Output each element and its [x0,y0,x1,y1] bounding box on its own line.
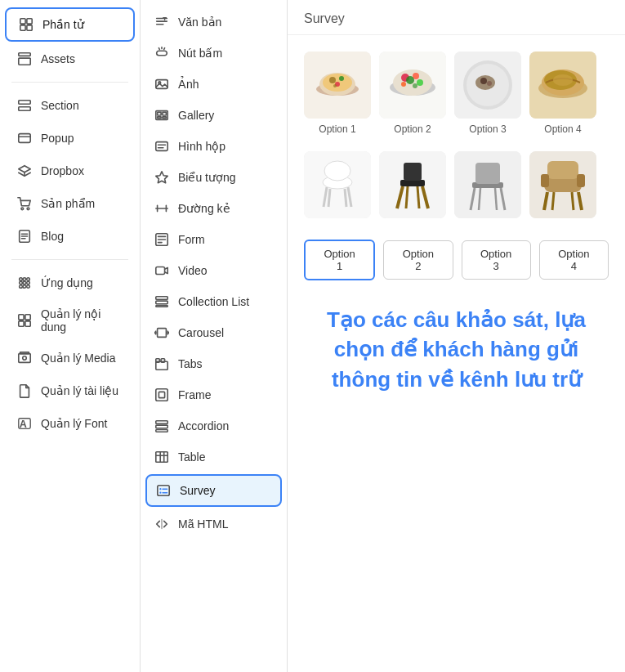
image-label-1-1: Option 1 [319,123,355,135]
sidebar-item-phan-tu[interactable]: Phần tử [5,7,135,42]
survey-content: Option 1 Optio [288,35,625,672]
sidebar-item-san-pham[interactable]: Sản phẩm [5,188,135,219]
svg-rect-74 [156,430,167,432]
middle-item-collection-list[interactable]: Collection List [141,286,287,317]
svg-point-98 [406,76,414,84]
text-option-btn-2[interactable]: Option 2 [383,240,453,280]
text-option-btn-4[interactable]: Option 4 [539,240,609,280]
text-option-btn-3[interactable]: Option 3 [462,240,531,280]
frame-icon [154,387,170,403]
middle-item-survey[interactable]: Survey [145,474,282,507]
svg-rect-70 [156,389,167,401]
middle-item-van-ban[interactable]: Văn bản [141,7,287,38]
middle-item-duong-ke[interactable]: Đường kẻ [141,193,287,224]
sidebar-item-quan-ly-font[interactable]: A Quản lý Font [5,408,135,439]
svg-line-125 [406,186,408,208]
svg-rect-42 [156,80,167,89]
svg-line-41 [158,48,159,50]
svg-rect-4 [19,53,30,56]
svg-rect-129 [475,163,500,184]
svg-point-112 [553,74,573,86]
sidebar-item-assets[interactable]: Assets [5,43,135,74]
sidebar-item-dropbox[interactable]: Dropbox [5,155,135,186]
sidebar-item-dropbox-label: Dropbox [41,164,84,177]
image-option-1-2[interactable]: Option 2 [379,52,446,135]
svg-rect-68 [156,359,160,363]
middle-item-nut-bam[interactable]: Nút bấm [141,38,287,69]
svg-point-82 [159,492,161,494]
sidebar-item-san-pham-label: Sản phẩm [41,197,95,210]
middle-item-accordion[interactable]: Accordion [141,410,287,441]
sidebar-item-quan-ly-noi-dung[interactable]: Quản lý nội dung [5,300,135,341]
svg-point-101 [413,83,417,88]
image-option-2-1[interactable] [304,151,371,223]
sidebar-item-quan-ly-font-label: Quản lý Font [41,417,107,430]
middle-item-carousel[interactable]: Carousel [141,317,287,348]
image-option-1-4[interactable]: Option 4 [529,52,596,135]
svg-rect-27 [19,321,24,326]
middle-item-frame[interactable]: Frame [141,379,287,410]
svg-rect-46 [163,112,167,115]
anh-icon [154,76,170,92]
svg-point-25 [27,285,30,289]
middle-item-hinh-hop-label: Hình hộp [178,140,225,153]
middle-item-tabs[interactable]: Tabs [141,348,287,379]
svg-point-89 [329,77,336,83]
middle-item-table[interactable]: Table [141,441,287,473]
image-option-1-1[interactable]: Option 1 [304,52,371,135]
sidebar-item-quan-ly-noi-dung-label: Quản lý nội dung [41,307,123,334]
middle-item-gallery[interactable]: Gallery [141,100,287,131]
middle-item-anh-label: Ảnh [178,78,199,91]
svg-rect-121 [400,180,425,186]
image-option-2-4[interactable] [529,151,596,223]
promo-text: Tạo các câu khảo sát, lựa chọn để khách … [304,297,609,402]
sidebar-item-section[interactable]: Section [5,90,135,121]
svg-rect-60 [156,267,165,275]
sidebar-item-quan-ly-tai-lieu[interactable]: Quản lý tài liệu [5,375,135,406]
image-option-2-2[interactable] [379,151,446,223]
middle-item-bieu-tuong[interactable]: Biểu tượng [141,162,287,193]
image-option-1-3[interactable]: Option 3 [454,52,521,135]
bieu-tuong-icon [154,169,170,186]
sidebar-item-popup[interactable]: Popup [5,123,135,154]
middle-item-hinh-hop[interactable]: Hình hộp [141,131,287,162]
image-box-2-3 [454,151,521,218]
image-option-2-3[interactable] [454,151,521,223]
svg-rect-3 [27,25,32,30]
svg-rect-79 [158,486,169,496]
image-box-1-3 [454,52,521,119]
survey-icon [155,482,172,499]
middle-item-tabs-label: Tabs [178,357,203,370]
popup-icon [16,130,33,146]
middle-item-video[interactable]: Video [141,255,287,286]
svg-rect-49 [156,142,167,151]
middle-item-form[interactable]: Form [141,224,287,255]
svg-point-99 [417,79,423,86]
middle-item-anh[interactable]: Ảnh [141,69,287,100]
svg-rect-31 [20,352,29,354]
text-option-btn-1[interactable]: Option 1 [304,240,375,280]
svg-point-92 [333,84,337,87]
middle-panel: Văn bản Nút bấm Ảnh [141,0,288,672]
image-box-2-2 [379,151,446,218]
middle-item-survey-label: Survey [180,484,216,497]
svg-point-24 [23,285,26,289]
svg-rect-28 [25,315,30,320]
svg-rect-75 [156,452,167,463]
svg-rect-45 [158,112,162,115]
sidebar-item-blog[interactable]: Blog [5,221,135,252]
video-icon [154,262,170,279]
middle-item-ma-html[interactable]: Mã HTML [141,508,287,540]
svg-rect-38 [157,51,167,55]
gallery-icon [154,107,170,123]
svg-point-11 [21,208,24,210]
svg-rect-6 [19,101,30,105]
middle-item-van-ban-label: Văn bản [178,16,221,29]
image-box-2-1 [304,151,371,218]
svg-line-141 [552,192,554,210]
sidebar-item-ung-dung[interactable]: Ứng dụng [5,267,135,298]
svg-line-142 [572,192,574,210]
svg-rect-62 [156,301,167,304]
quan-ly-tai-lieu-icon [16,383,33,399]
sidebar-item-quan-ly-media[interactable]: Quản lý Media [5,343,135,374]
